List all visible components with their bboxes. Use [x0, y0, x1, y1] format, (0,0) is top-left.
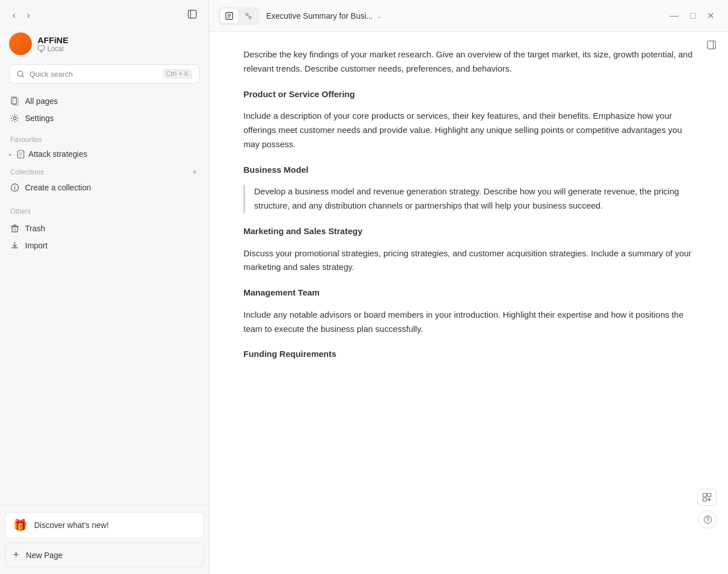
sidebar-menu: All pages Settings [0, 90, 209, 129]
svg-point-5 [18, 71, 23, 76]
gear-icon [10, 114, 19, 123]
chevron-right-icon: ▸ [9, 151, 12, 157]
svg-point-27 [246, 13, 248, 15]
svg-rect-0 [188, 10, 196, 18]
svg-rect-32 [703, 493, 706, 497]
sidebar-item-import[interactable]: Import [5, 237, 204, 254]
doc-view-icon [225, 11, 234, 20]
sidebar-toggle-button[interactable] [185, 7, 200, 23]
nav-arrows: ‹ › [9, 9, 34, 22]
collections-section-label: Collections [10, 168, 44, 176]
document-icon [16, 150, 25, 159]
pages-icon [10, 97, 19, 106]
workspace-type: Local [38, 45, 68, 53]
paragraph-3: Develop a business model and revenue gen… [254, 185, 694, 213]
heading-management: Management Team [243, 286, 694, 300]
heading-product: Product or Service Offering [243, 88, 694, 102]
svg-point-38 [707, 521, 708, 522]
svg-rect-34 [703, 498, 706, 501]
heading-marketing: Marketing and Sales Strategy [243, 224, 694, 239]
gift-icon: 🎁 [13, 518, 27, 532]
paragraph-2: Include a description of your core produ… [243, 109, 694, 151]
svg-rect-2 [38, 45, 44, 50]
sidebar-bottom: 🎁 Discover what's new! + New Page [0, 505, 209, 574]
nav-back-button[interactable]: ‹ [9, 9, 19, 22]
sidebar-top-nav: ‹ › [0, 0, 209, 28]
info-icon [10, 183, 19, 192]
close-button[interactable]: ✕ [702, 8, 719, 23]
trash-label: Trash [25, 224, 45, 233]
discover-button[interactable]: 🎁 Discover what's new! [5, 512, 204, 538]
svg-point-28 [249, 16, 251, 19]
maximize-button[interactable]: □ [685, 9, 700, 23]
all-pages-label: All pages [25, 97, 58, 106]
help-icon [704, 515, 712, 524]
sidebar-item-trash[interactable]: Trash [5, 220, 204, 237]
import-label: Import [25, 241, 48, 250]
edgeless-view-icon [244, 11, 253, 20]
paragraph-4: Discuss your promotional strategies, pri… [243, 247, 694, 275]
workspace-name: AFFiNE [38, 35, 68, 45]
window-controls: — □ ✕ [665, 8, 719, 23]
attack-strategies-label: Attack strategies [28, 149, 88, 159]
grid-add-icon [702, 493, 712, 502]
svg-line-6 [22, 76, 24, 77]
content-sidebar-toggle-button[interactable] [704, 38, 719, 54]
others-section-label: Others [0, 201, 209, 218]
window-chrome: Executive Summary for Busi... ⌄ — □ ✕ [209, 0, 728, 32]
layout-icon [706, 40, 717, 50]
svg-rect-30 [708, 41, 715, 49]
sidebar-item-attack-strategies[interactable]: ▸ Attack strategies [5, 146, 204, 162]
doc-title-chevron-icon: ⌄ [377, 12, 382, 20]
doc-title: Executive Summary for Busi... [266, 11, 373, 20]
settings-label: Settings [25, 114, 54, 123]
search-placeholder: Quick search [30, 70, 158, 78]
import-icon [10, 241, 19, 250]
favourites-section-label: Favourites [0, 129, 209, 146]
collections-header: Collections + [0, 162, 209, 179]
sidebar-item-settings[interactable]: Settings [5, 110, 204, 127]
paragraph-1: Describe the key findings of your market… [243, 48, 694, 76]
blockquote-section: Develop a business model and revenue gen… [243, 185, 694, 213]
heading-funding: Funding Requirements [243, 347, 694, 361]
new-page-button[interactable]: + New Page [5, 543, 204, 567]
svg-point-9 [14, 117, 16, 120]
monitor-icon [38, 45, 45, 52]
nav-forward-button[interactable]: › [23, 9, 33, 22]
search-icon [16, 70, 25, 78]
others-section: Others Trash Import [0, 196, 209, 256]
create-collection-label: Create a collection [25, 183, 91, 192]
heading-business-model: Business Model [243, 163, 694, 177]
svg-rect-33 [708, 493, 711, 497]
new-page-label: New Page [26, 551, 63, 560]
grid-add-button[interactable] [697, 489, 717, 506]
trash-icon [10, 224, 19, 233]
main-content: Executive Summary for Busi... ⌄ — □ ✕ De… [209, 0, 728, 574]
workspace-header: AFFiNE Local [0, 28, 209, 62]
workspace-info: AFFiNE Local [38, 35, 68, 53]
plus-icon: + [13, 549, 19, 561]
svg-rect-17 [12, 227, 18, 232]
floating-actions [697, 489, 717, 529]
svg-line-29 [247, 15, 250, 16]
view-toggle [218, 7, 259, 25]
others-menu: Trash Import [0, 218, 209, 256]
doc-title-area: Executive Summary for Busi... ⌄ [266, 11, 660, 20]
sidebar: ‹ › AFFiNE Local [0, 0, 209, 574]
paragraph-5: Include any notable advisors or board me… [243, 308, 694, 336]
svg-point-16 [14, 185, 15, 186]
search-shortcut: Ctrl + K [163, 69, 192, 79]
edgeless-view-button[interactable] [239, 9, 258, 23]
collections-add-button[interactable]: + [191, 168, 198, 177]
sidebar-item-all-pages[interactable]: All pages [5, 93, 204, 110]
doc-view-button[interactable] [220, 9, 238, 23]
sidebar-toggle-icon [187, 9, 197, 19]
doc-content: Describe the key findings of your market… [209, 32, 728, 574]
help-button[interactable] [698, 510, 717, 529]
minimize-button[interactable]: — [665, 9, 683, 23]
discover-label: Discover what's new! [34, 521, 109, 530]
create-collection-item[interactable]: Create a collection [5, 179, 204, 196]
search-bar[interactable]: Quick search Ctrl + K [9, 64, 200, 84]
workspace-avatar [9, 32, 32, 55]
